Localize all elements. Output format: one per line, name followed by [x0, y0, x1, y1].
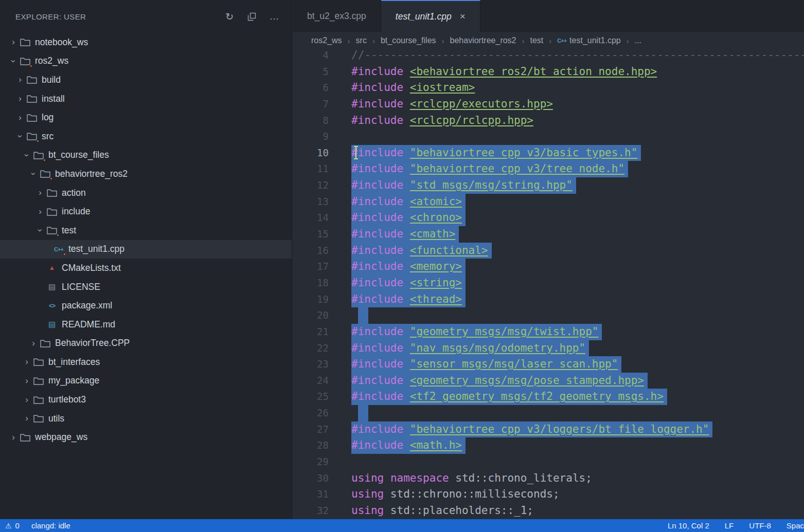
more-actions-icon[interactable]: … [270, 11, 279, 22]
breadcrumb-label: test_unit1.cpp [569, 36, 621, 45]
breadcrumb-item-src[interactable]: src [356, 36, 367, 45]
tab-bt_u2_ex3.cpp[interactable]: bt_u2_ex3.cpp [293, 0, 381, 32]
breadcrumb-item-test_unit1.cpp[interactable]: C++test_unit1.cpp [557, 36, 620, 45]
chevron-icon[interactable]: › [22, 150, 32, 160]
tab-test_unit1.cpp[interactable]: test_unit1.cpp× [381, 0, 480, 32]
code-line-7[interactable]: 7#include <rclcpp/executors.hpp> [293, 96, 804, 113]
clangd-status[interactable]: clangd: idle [31, 521, 70, 530]
code-line-29[interactable]: 29 [293, 454, 804, 470]
chevron-icon[interactable]: › [22, 395, 32, 405]
status-item[interactable]: UTF-8 [749, 521, 771, 530]
warning-icon[interactable]: ⚠ [5, 522, 12, 530]
code-line-28[interactable]: 28#include <math.h> [293, 437, 804, 454]
chevron-icon[interactable]: › [22, 376, 32, 386]
code-line-19[interactable]: 19#include <thread> [293, 291, 804, 308]
code-line-17[interactable]: 17#include <memory> [293, 259, 804, 275]
code-line-9[interactable]: 9 [293, 129, 804, 145]
tree-item-test[interactable]: ›test [0, 221, 292, 240]
code-line-15[interactable]: 15#include <cmath> [293, 226, 804, 243]
chevron-icon[interactable]: › [22, 357, 32, 367]
code-line-32[interactable]: 32using std::placeholders::_1; [293, 503, 804, 519]
tree-item-ros2_ws[interactable]: ›ros2_ws [0, 52, 292, 71]
tree-item-README.md[interactable]: ▤README.md [0, 315, 292, 334]
chevron-icon[interactable]: › [35, 207, 45, 217]
cpp-file-icon: C++ [53, 244, 64, 254]
code-line-4[interactable]: 4//-------------------------------------… [293, 47, 804, 64]
chevron-icon[interactable]: › [35, 225, 45, 235]
tree-item-label: log [42, 112, 53, 123]
chevron-icon[interactable]: › [28, 169, 39, 179]
code-line-13[interactable]: 13#include <atomic> [293, 194, 804, 210]
code-editor[interactable]: 4//-------------------------------------… [293, 47, 804, 519]
tree-item-turtlebot3[interactable]: ›turtlebot3 [0, 390, 292, 409]
chevron-icon[interactable]: › [35, 188, 45, 198]
chevron-icon[interactable]: › [22, 413, 32, 424]
code-line-12[interactable]: 12#include "std_msgs/msg/string.hpp" [293, 177, 804, 194]
chevron-icon[interactable]: › [8, 37, 19, 47]
breadcrumb-item-bt_course_files[interactable]: bt_course_files [381, 36, 436, 45]
problems-count[interactable]: 0 [15, 521, 20, 530]
refresh-explorer-icon[interactable]: ↻ [225, 11, 234, 23]
breadcrumb-item-ros2_ws[interactable]: ros2_ws [311, 36, 342, 45]
tree-item-log[interactable]: ›log [0, 108, 292, 127]
code-line-26[interactable]: 26 [293, 405, 804, 421]
line-number: 18 [293, 275, 329, 291]
code-line-6[interactable]: 6#include <iostream> [293, 80, 804, 96]
tree-item-bt_course_files[interactable]: ›bt_course_files [0, 146, 292, 165]
tree-item-package.xml[interactable]: <>package.xml [0, 296, 292, 315]
tree-item-notebook_ws[interactable]: ›notebook_ws [0, 33, 292, 52]
status-item[interactable]: LF [725, 521, 734, 530]
code-line-22[interactable]: 22#include "nav_msgs/msg/odometry.hpp" [293, 340, 804, 357]
code-line-16[interactable]: 16#include <functional> [293, 243, 804, 259]
tree-item-BehaviorTree.CPP[interactable]: ›BehaviorTree.CPP [0, 334, 292, 353]
tree-item-src[interactable]: ›src [0, 127, 292, 146]
tree-item-my_package[interactable]: ›my_package [0, 372, 292, 391]
close-tab-icon[interactable]: × [460, 11, 466, 22]
chevron-icon[interactable]: › [15, 113, 25, 123]
breadcrumb-item-...[interactable]: ... [635, 36, 641, 45]
chevron-icon[interactable]: › [8, 432, 19, 443]
tree-item-LICENSE[interactable]: ▤LICENSE [0, 278, 292, 297]
code-line-8[interactable]: 8#include <rclcpp/rclcpp.hpp> [293, 113, 804, 129]
tree-item-utils[interactable]: ›utils [0, 409, 292, 428]
line-content: #include <memory> [351, 259, 804, 275]
breadcrumb: ros2_ws›src›bt_course_files›behaviortree… [293, 32, 804, 49]
tree-item-action[interactable]: ›action [0, 184, 292, 203]
collapse-folders-icon[interactable] [247, 12, 256, 21]
tree-item-install[interactable]: ›install [0, 89, 292, 108]
code-line-24[interactable]: 24#include <geometry_msgs/msg/pose_stamp… [293, 373, 804, 389]
chevron-icon[interactable]: › [15, 131, 25, 141]
line-number: 4 [293, 47, 329, 64]
status-item[interactable]: Spac [787, 521, 804, 530]
status-item[interactable]: Ln 10, Col 2 [668, 521, 709, 530]
code-line-14[interactable]: 14#include <chrono> [293, 210, 804, 226]
code-line-25[interactable]: 25#include <tf2_geometry_msgs/tf2_geomet… [293, 389, 804, 405]
code-line-10[interactable]: 10#include "behaviortree_cpp_v3/basic_ty… [293, 145, 804, 161]
tree-item-bt_interfaces[interactable]: ›bt_interfaces [0, 353, 292, 372]
breadcrumb-item-behaviortree_ros2[interactable]: behaviortree_ros2 [450, 36, 516, 45]
tree-item-behaviortree_ros2[interactable]: ›behaviortree_ros2 [0, 164, 292, 184]
token-cmt: //--------------------------------------… [351, 49, 804, 61]
chevron-icon[interactable]: › [8, 56, 19, 66]
code-line-20[interactable]: 20 [293, 307, 804, 324]
code-line-31[interactable]: 31using std::chrono::milliseconds; [293, 486, 804, 503]
tree-item-build[interactable]: ›build [0, 70, 292, 89]
code-line-30[interactable]: 30using namespace std::chrono_literals; [293, 470, 804, 487]
chevron-icon[interactable]: › [28, 338, 39, 348]
chevron-icon[interactable]: › [15, 94, 25, 104]
tree-item-webpage_ws[interactable]: ›webpage_ws [0, 428, 292, 447]
chevron-icon[interactable]: › [15, 75, 25, 85]
code-line-5[interactable]: 5#include <behaviortree_ros2/bt_action_n… [293, 64, 804, 80]
code-line-18[interactable]: 18#include <string> [293, 275, 804, 291]
tree-item-CMakeLists.txt[interactable]: ▲CMakeLists.txt [0, 259, 292, 278]
tree-item-test_unit1.cpp[interactable]: C++test_unit1.cpp [0, 240, 292, 259]
code-line-21[interactable]: 21#include "geometry_msgs/msg/twist.hpp" [293, 324, 804, 340]
line-number: 6 [293, 80, 329, 96]
code-line-11[interactable]: 11#include "behaviortree_cpp_v3/tree_nod… [293, 161, 804, 177]
breadcrumb-item-test[interactable]: test [530, 36, 544, 45]
code-line-23[interactable]: 23#include "sensor_msgs/msg/laser_scan.h… [293, 356, 804, 373]
tree-item-include[interactable]: ›include [0, 202, 292, 221]
token-inc: "std_msgs/msg/string.hpp" [410, 179, 573, 191]
folder-icon [33, 357, 44, 367]
code-line-27[interactable]: 27#include "behaviortree_cpp_v3/loggers/… [293, 421, 804, 438]
